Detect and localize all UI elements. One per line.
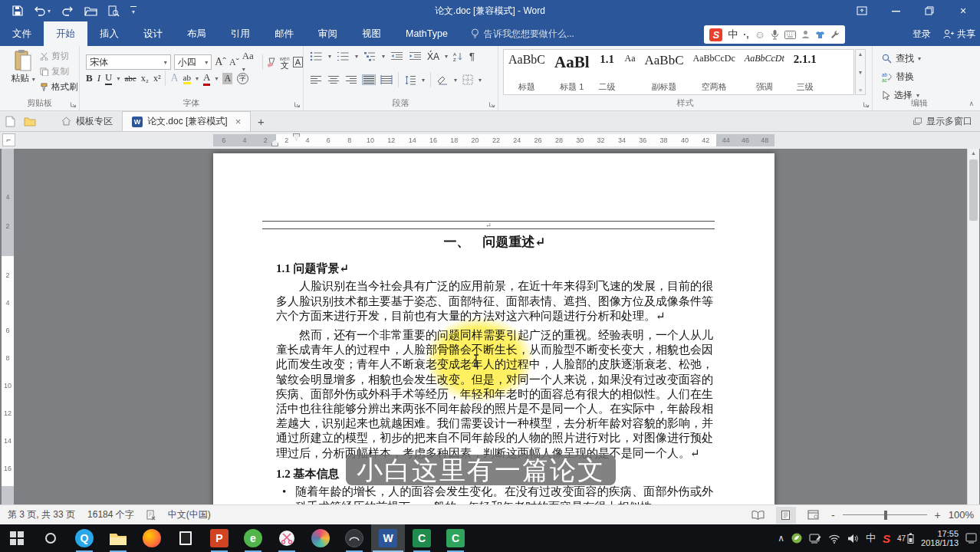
find-button[interactable]: 查找▾ <box>882 52 921 65</box>
read-mode-icon[interactable] <box>748 507 768 524</box>
taskbar-word[interactable]: W <box>371 524 405 552</box>
font-color-dropdown-icon[interactable]: ▾ <box>215 75 218 82</box>
tab-home[interactable]: 开始 <box>44 21 87 46</box>
format-painter-button[interactable]: 格式刷 <box>40 81 78 93</box>
web-layout-icon[interactable] <box>804 507 824 524</box>
align-left-button[interactable] <box>310 75 322 84</box>
undo-dropdown-icon[interactable]: ▾ <box>48 8 51 15</box>
restore-icon[interactable] <box>913 0 946 21</box>
subscript-button[interactable]: x₂ <box>141 73 149 84</box>
ribbon-display-options-icon[interactable] <box>845 0 879 21</box>
taskbar-qq-browser[interactable]: Q <box>67 524 101 552</box>
shading-button[interactable] <box>436 75 449 85</box>
show-windows-button[interactable]: 显示多窗口 <box>913 115 972 128</box>
proofing-icon[interactable] <box>146 510 156 521</box>
ime-keyboard-icon[interactable] <box>784 31 796 39</box>
tab-review[interactable]: 审阅 <box>306 21 350 46</box>
tab-file[interactable]: 文件 <box>0 21 44 46</box>
font-size-combo[interactable]: 小四▾ <box>174 54 212 70</box>
font-color-button[interactable]: A <box>203 71 210 86</box>
styles-more-icon[interactable]: ≡ <box>859 87 862 93</box>
scrollbar-thumb[interactable] <box>969 159 978 221</box>
sogou-logo-icon[interactable]: S <box>709 28 722 41</box>
start-button[interactable] <box>0 524 34 552</box>
underline-button[interactable]: U <box>105 71 112 85</box>
volume-icon[interactable] <box>847 534 859 544</box>
strikethrough-button[interactable]: abc <box>124 74 136 83</box>
numbered-list-button[interactable] <box>337 51 350 61</box>
tab-layout[interactable]: 布局 <box>175 21 219 46</box>
scroll-up-icon[interactable]: ▲ <box>968 150 979 156</box>
clock[interactable]: 17:552018/1/13 <box>921 529 959 547</box>
zoom-slider[interactable] <box>843 508 927 523</box>
style-emphasis[interactable]: AaBbCcDt强调 <box>740 50 789 94</box>
multilevel-list-button[interactable] <box>363 51 377 61</box>
print-layout-icon[interactable] <box>776 507 796 524</box>
document-page[interactable]: ↵ 一、 问题重述↵ 1.1 问题背景↵ 人脸识别在当今社会具有广泛的应用前景，… <box>213 153 774 504</box>
tell-me-box[interactable]: 告诉我您想要做什么... <box>471 21 574 46</box>
tab-template-zone[interactable]: 模板专区 <box>52 111 122 131</box>
paste-button[interactable]: 粘贴 ▾ <box>6 49 40 85</box>
vertical-scrollbar[interactable]: ▲ <box>967 149 979 504</box>
taskbar-360-safe[interactable]: e <box>236 524 270 552</box>
tablet-input-icon[interactable] <box>809 534 821 544</box>
style-title[interactable]: AaBbC标题 <box>504 50 550 94</box>
taskbar-firefox[interactable] <box>135 524 169 552</box>
style-heading1[interactable]: AaBl标题 1 <box>550 50 594 94</box>
tab-stop-selector[interactable]: ⌐ <box>2 133 15 146</box>
style-subtitle[interactable]: AaBbC副标题 <box>640 50 689 94</box>
hidden-icons-chevron[interactable]: ∧ <box>778 533 784 544</box>
redo-icon[interactable] <box>61 5 74 17</box>
tab-references[interactable]: 引用 <box>219 21 262 46</box>
character-border-button[interactable]: A <box>293 57 303 67</box>
page-indicator[interactable]: 第 3 页, 共 33 页 <box>8 508 75 521</box>
word-count[interactable]: 16184 个字 <box>87 508 134 521</box>
ime-toolbox-icon[interactable] <box>830 30 840 39</box>
eco-tray-icon[interactable] <box>791 533 802 544</box>
ime-voice-icon[interactable] <box>771 29 779 40</box>
ime-language-icon[interactable]: 中 <box>728 28 738 41</box>
wifi-icon[interactable] <box>828 534 840 544</box>
language-indicator[interactable]: 中文(中国) <box>168 508 211 521</box>
ime-punctuation-icon[interactable]: ·, <box>743 29 748 40</box>
styles-scroll-down-icon[interactable]: ▼ <box>858 70 863 75</box>
align-right-button[interactable] <box>345 75 357 84</box>
taskbar-design-app[interactable] <box>304 524 337 552</box>
taskbar-camtasia[interactable]: C <box>439 524 472 552</box>
tab-document[interactable]: W 论文.doc [兼容模式] × <box>122 111 251 131</box>
justify-button[interactable] <box>363 75 375 84</box>
borders-button[interactable] <box>462 74 473 85</box>
styles-dialog-launcher-icon[interactable] <box>863 101 870 108</box>
shrink-font-button[interactable]: Aˇ <box>229 57 239 68</box>
style-level3[interactable]: 2.1.1三级 <box>789 50 821 94</box>
open-folder-icon[interactable] <box>20 111 40 131</box>
tab-mathtype[interactable]: MathType <box>393 21 460 46</box>
taskbar-store[interactable] <box>169 524 202 552</box>
font-name-combo[interactable]: 宋体▾ <box>86 54 171 70</box>
close-tab-icon[interactable]: × <box>235 116 242 127</box>
print-preview-icon[interactable] <box>108 5 120 17</box>
cortana-search-button[interactable] <box>34 524 67 552</box>
styles-scroll-up-icon[interactable]: ▲ <box>858 51 863 57</box>
tab-insert[interactable]: 插入 <box>87 21 131 46</box>
undo-icon[interactable]: ▾ <box>34 5 51 17</box>
distribute-button[interactable] <box>380 75 393 84</box>
enclose-characters-button[interactable]: 字 <box>237 73 248 84</box>
taskbar-file-explorer[interactable] <box>101 524 135 552</box>
tray-ime-indicator[interactable]: 中 <box>866 531 876 545</box>
show-marks-button[interactable]: ¶ <box>469 51 475 62</box>
battery-indicator[interactable]: 47 <box>897 533 914 544</box>
style-partial[interactable]: Aa <box>620 50 640 94</box>
ime-emoji-icon[interactable]: ☺ <box>755 28 765 41</box>
superscript-button[interactable]: x² <box>153 73 161 84</box>
increase-indent-button[interactable] <box>409 51 422 61</box>
italic-button[interactable]: I <box>97 72 100 84</box>
tab-view[interactable]: 视图 <box>350 21 393 46</box>
paragraph-dialog-launcher-icon[interactable] <box>488 101 495 108</box>
vertical-ruler[interactable]: 4 2 2 4 6 8 10 12 14 16 <box>2 149 14 504</box>
close-icon[interactable]: × <box>946 0 980 21</box>
ime-person-icon[interactable] <box>801 30 810 39</box>
align-center-button[interactable] <box>327 75 340 84</box>
character-shading-button[interactable]: A <box>222 73 232 84</box>
grow-font-button[interactable]: Aˆ <box>215 56 226 68</box>
